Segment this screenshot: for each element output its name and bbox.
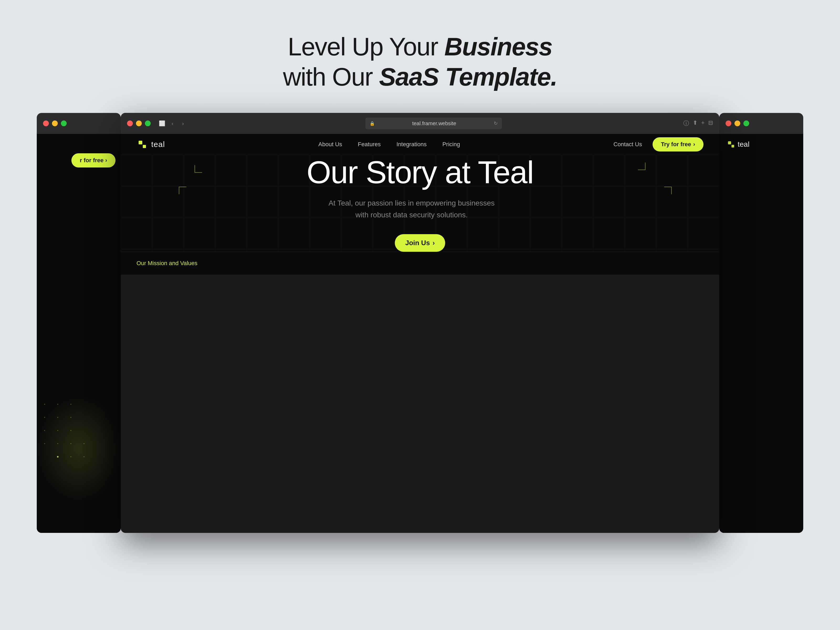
url-text: teal.framer.website bbox=[377, 120, 492, 126]
right-logo: teal bbox=[727, 140, 750, 148]
right-tl-green bbox=[744, 120, 749, 126]
headline-section: Level Up Your Business with Our SaaS Tem… bbox=[283, 32, 557, 92]
dots-svg bbox=[37, 396, 121, 501]
svg-point-14 bbox=[70, 456, 71, 457]
svg-rect-19 bbox=[732, 145, 734, 147]
center-traffic-lights bbox=[127, 120, 151, 126]
left-browser-content: r for free › bbox=[37, 134, 121, 533]
right-titlebar bbox=[719, 113, 803, 134]
browser-right: teal bbox=[719, 113, 803, 533]
svg-rect-17 bbox=[143, 145, 146, 148]
headline-bold-text: SaaS Template. bbox=[379, 63, 557, 91]
help-icon: ⓘ bbox=[683, 120, 689, 127]
svg-point-3 bbox=[57, 417, 58, 418]
headline-line1: Level Up Your Business bbox=[283, 32, 557, 62]
svg-point-2 bbox=[57, 404, 58, 405]
logo-text: teal bbox=[151, 140, 165, 149]
new-tab-btn: ⬜ bbox=[158, 120, 166, 127]
center-titlebar: ⬜ ‹ › 🔒 teal.framer.website ↻ ⓘ ⬆ bbox=[121, 113, 719, 134]
nav-pricing[interactable]: Pricing bbox=[442, 141, 460, 148]
nav-cta-arrow: › bbox=[693, 141, 695, 148]
browsers-container: r for free › bbox=[0, 113, 840, 533]
forward-btn[interactable]: › bbox=[179, 120, 187, 127]
svg-point-0 bbox=[44, 404, 45, 405]
right-logo-svg bbox=[727, 141, 735, 148]
svg-point-9 bbox=[44, 443, 45, 444]
hero-subtitle-line2: with robust data security solutions. bbox=[355, 211, 468, 219]
sidebar-icon: ⊟ bbox=[708, 120, 713, 127]
left-tl-green bbox=[61, 120, 67, 126]
left-tl-yellow bbox=[52, 120, 58, 126]
left-titlebar bbox=[37, 113, 121, 134]
browser-left: r for free › bbox=[37, 113, 121, 533]
left-hero-dots bbox=[37, 396, 121, 501]
center-tl-red bbox=[127, 120, 133, 126]
nav-integrations[interactable]: Integrations bbox=[396, 141, 426, 148]
hero-join-us-button[interactable]: Join Us › bbox=[395, 234, 445, 252]
right-browser-content: teal bbox=[719, 134, 803, 533]
hero-section: Our Story at Teal At Teal, our passion l… bbox=[121, 155, 719, 252]
mission-label: Our Mission and Values bbox=[136, 260, 197, 267]
navbar: teal About Us Features Integrations Pric… bbox=[121, 134, 719, 155]
nav-cta-label: Try for free bbox=[661, 141, 691, 148]
headline-italic-text: Business bbox=[444, 33, 552, 61]
center-tl-green bbox=[145, 120, 151, 126]
nav-about[interactable]: About Us bbox=[318, 141, 342, 148]
svg-point-6 bbox=[44, 430, 45, 431]
right-logo-text: teal bbox=[737, 140, 750, 148]
svg-rect-16 bbox=[139, 141, 142, 144]
nav-logo: teal bbox=[136, 139, 165, 150]
center-tl-yellow bbox=[136, 120, 142, 126]
right-traffic-lights bbox=[726, 120, 749, 126]
try-for-free-button[interactable]: Try for free › bbox=[652, 137, 704, 152]
svg-point-1 bbox=[44, 417, 45, 418]
svg-point-10 bbox=[57, 443, 58, 444]
bracket-bottom-right bbox=[630, 155, 646, 171]
nav-contact[interactable]: Contact Us bbox=[613, 141, 642, 148]
headline-line2: with Our SaaS Template. bbox=[283, 62, 557, 92]
logo-icon bbox=[136, 139, 148, 150]
hero-title: Our Story at Teal bbox=[306, 155, 534, 189]
forward-icon: › bbox=[182, 120, 184, 126]
lock-icon: 🔒 bbox=[369, 121, 375, 126]
left-cta-partial[interactable]: r for free › bbox=[71, 153, 115, 167]
tab-icon: ⬜ bbox=[159, 120, 165, 126]
bracket-top-left bbox=[178, 186, 194, 202]
reload-icon: ↻ bbox=[494, 120, 498, 126]
svg-point-4 bbox=[70, 404, 71, 405]
nav-features[interactable]: Features bbox=[358, 141, 381, 148]
hero-content: Our Story at Teal At Teal, our passion l… bbox=[306, 155, 534, 252]
address-bar-wrapper: 🔒 teal.framer.website ↻ bbox=[191, 118, 676, 129]
svg-point-13 bbox=[57, 456, 58, 458]
headline-normal-text: Level Up Your bbox=[288, 33, 444, 61]
share-icon: ⬆ bbox=[693, 120, 698, 127]
hero-cta-arrow: › bbox=[433, 239, 435, 247]
hero-subtitle: At Teal, our passion lies in empowering … bbox=[306, 197, 516, 221]
nav-right: Contact Us Try for free › bbox=[613, 137, 704, 152]
browser-center: ⬜ ‹ › 🔒 teal.framer.website ↻ ⓘ ⬆ bbox=[121, 113, 719, 533]
right-tl-red bbox=[726, 120, 731, 126]
hero-cta-label: Join Us bbox=[405, 239, 430, 247]
hero-subtitle-line1: At Teal, our passion lies in empowering … bbox=[328, 199, 494, 207]
svg-point-11 bbox=[70, 443, 71, 444]
left-nav-bar: r for free › bbox=[37, 134, 121, 155]
headline-line2-normal: with Our bbox=[283, 63, 379, 91]
bracket-bottom-left bbox=[194, 157, 210, 173]
left-traffic-lights bbox=[43, 120, 67, 126]
back-icon: ‹ bbox=[172, 120, 174, 126]
svg-rect-18 bbox=[728, 142, 731, 145]
browser-actions: ⓘ ⬆ + ⊟ bbox=[683, 120, 713, 127]
plus-tab-icon: + bbox=[701, 120, 704, 127]
bracket-top-right bbox=[656, 186, 672, 202]
svg-point-5 bbox=[70, 417, 71, 418]
right-nav-bar: teal bbox=[719, 134, 803, 155]
svg-point-7 bbox=[57, 430, 58, 431]
right-tl-yellow bbox=[734, 120, 740, 126]
svg-point-8 bbox=[70, 430, 71, 431]
svg-point-12 bbox=[84, 443, 85, 444]
svg-point-15 bbox=[84, 456, 85, 457]
left-tl-red bbox=[43, 120, 49, 126]
browser-controls: ⬜ ‹ › bbox=[158, 120, 187, 127]
back-btn[interactable]: ‹ bbox=[169, 120, 177, 127]
address-bar[interactable]: 🔒 teal.framer.website ↻ bbox=[365, 118, 502, 129]
